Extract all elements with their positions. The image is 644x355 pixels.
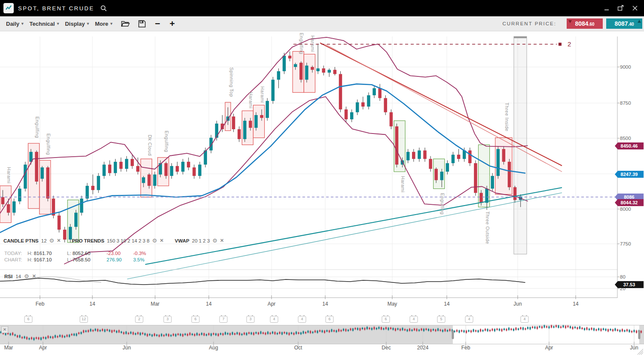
save-icon[interactable] (138, 20, 146, 27)
minimize-button[interactable] (604, 6, 610, 11)
gear-icon[interactable]: ⚙ (152, 238, 157, 243)
candle-body[interactable] (198, 164, 201, 176)
candle-body[interactable] (192, 167, 196, 176)
gear-icon[interactable]: ⚙ (49, 238, 55, 243)
candle-body[interactable] (333, 70, 337, 74)
candle-body[interactable] (91, 186, 95, 190)
navigator-left-handle[interactable] (452, 330, 454, 339)
candle-body[interactable] (131, 159, 134, 166)
candle-body[interactable] (412, 152, 415, 159)
candle-body[interactable] (170, 166, 174, 176)
close-icon[interactable]: ✕ (32, 273, 36, 279)
candle-body[interactable] (153, 174, 156, 185)
candle-body[interactable] (176, 166, 179, 172)
candle-body[interactable] (305, 66, 308, 80)
selected-candle-band[interactable] (514, 36, 527, 254)
candle-body[interactable] (142, 177, 145, 183)
candle-body[interactable] (339, 74, 342, 109)
candle-body[interactable] (311, 67, 314, 70)
calendar-week-icon[interactable]: 7 (220, 316, 228, 323)
resize-grip-icon[interactable] (639, 351, 643, 355)
candle-body[interactable] (18, 188, 21, 201)
candle-body[interactable] (390, 112, 393, 126)
calendar-week-icon[interactable]: 6 (192, 316, 200, 323)
popout-button[interactable] (617, 5, 624, 12)
candle-body[interactable] (288, 56, 292, 59)
candle-body[interactable] (232, 116, 235, 129)
candle-body[interactable] (125, 159, 128, 169)
candle-body[interactable] (468, 150, 472, 163)
candle-body[interactable] (513, 187, 517, 200)
search-icon[interactable] (100, 5, 107, 12)
candle-body[interactable] (395, 126, 399, 164)
candle-body[interactable] (187, 162, 190, 167)
candle-body[interactable] (85, 186, 89, 199)
candle-body[interactable] (367, 95, 370, 106)
candle-body[interactable] (384, 98, 388, 112)
candle-body[interactable] (266, 101, 269, 118)
gear-icon[interactable]: ⚙ (24, 274, 29, 279)
candle-body[interactable] (254, 115, 258, 128)
gear-icon[interactable]: ⚙ (212, 238, 217, 243)
candle-body[interactable] (24, 164, 27, 188)
candle-body[interactable] (452, 155, 455, 163)
candle-body[interactable] (378, 88, 382, 98)
candle-body[interactable] (272, 80, 275, 101)
candle-body[interactable] (350, 112, 354, 119)
open-folder-icon[interactable] (121, 20, 130, 27)
calendar-week-icon[interactable]: 2 (135, 316, 143, 323)
close-icon[interactable]: ✕ (160, 238, 164, 243)
candle-body[interactable] (74, 212, 78, 227)
candle-body[interactable] (108, 164, 112, 173)
candle-body[interactable] (322, 68, 325, 73)
calendar-week-icon[interactable]: 6 (382, 316, 390, 323)
calendar-week-icon[interactable]: 3 (247, 316, 255, 323)
calendar-week-icon[interactable]: 6 (24, 316, 33, 323)
candle-body[interactable] (508, 162, 511, 187)
candle-body[interactable] (119, 162, 123, 169)
calendar-week-icon[interactable]: 6 (326, 316, 334, 323)
zoom-out-button[interactable]: − (155, 19, 160, 28)
candle-body[interactable] (103, 164, 106, 176)
candle-body[interactable] (497, 149, 500, 176)
candle-body[interactable] (12, 201, 16, 212)
candle-body[interactable] (181, 162, 185, 172)
candle-body[interactable] (434, 169, 438, 180)
close-button[interactable] (632, 5, 638, 11)
candle-body[interactable] (406, 152, 410, 161)
candle-body[interactable] (316, 68, 320, 71)
candle-body[interactable] (440, 172, 444, 180)
calendar-week-icon[interactable]: 4 (410, 316, 418, 323)
menu-daily[interactable]: Daily ▾ (6, 21, 24, 27)
candle-body[interactable] (491, 176, 494, 189)
candle-body[interactable] (299, 63, 303, 80)
bid-price[interactable]: 8084.60 (567, 18, 603, 29)
candle-body[interactable] (249, 121, 252, 127)
candle-body[interactable] (114, 162, 117, 173)
candle-body[interactable] (136, 166, 140, 172)
close-icon[interactable]: ✕ (220, 238, 224, 243)
candle-body[interactable] (165, 163, 168, 176)
candle-body[interactable] (356, 102, 359, 112)
navigator-right-handle[interactable] (638, 330, 641, 339)
trendline-vwap-support-1[interactable] (145, 188, 562, 264)
ask-price[interactable]: 8087.40 (606, 18, 642, 29)
candle-body[interactable] (485, 188, 488, 203)
candle-body[interactable] (35, 152, 38, 182)
candle-body[interactable] (479, 193, 483, 203)
navigator-close-button[interactable]: ✕ (1, 326, 8, 333)
candle-body[interactable] (328, 70, 331, 73)
candle-body[interactable] (1, 197, 5, 204)
candle-body[interactable] (457, 155, 461, 159)
menu-more[interactable]: More ▾ (95, 21, 113, 27)
calendar-week-icon[interactable]: 4 (270, 316, 278, 323)
candle-body[interactable] (429, 159, 432, 169)
peak-marker[interactable] (559, 43, 562, 46)
menu-technical[interactable]: Technical ▾ (30, 21, 59, 27)
calendar-week-icon[interactable]: 4 (298, 316, 306, 323)
candle-body[interactable] (40, 167, 44, 179)
candle-body[interactable] (243, 121, 247, 139)
candle-body[interactable] (80, 199, 83, 213)
candle-body[interactable] (147, 174, 151, 185)
candle-body[interactable] (345, 109, 348, 119)
